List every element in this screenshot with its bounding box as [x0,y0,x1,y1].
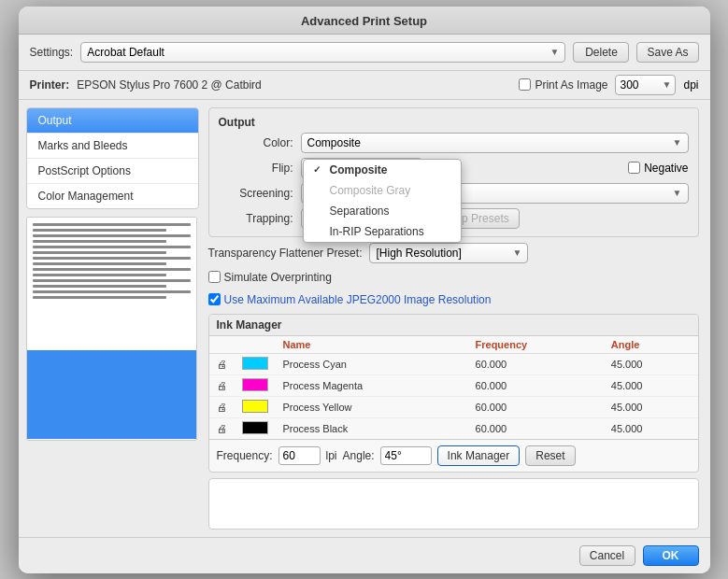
ok-button[interactable]: OK [643,545,699,566]
ink-name-3: Process Black [276,417,468,439]
swatch-cyan [242,357,268,370]
preview-blue-block [27,350,196,439]
preview-line [33,268,191,271]
ink-freq-1: 60.000 [468,374,604,396]
simulate-row: Simulate Overprinting [208,271,699,284]
settings-select[interactable]: Acrobat Default ▼ [80,42,565,63]
preview-line [33,246,191,248]
preview-line [33,257,191,260]
screening-label: Screening: [219,187,293,200]
dropdown-composite-gray-label: Composite Gray [330,184,411,197]
swatch-magenta [242,378,268,391]
ink-swatch-1 [235,374,276,396]
transparency-arrow-icon: ▼ [513,247,522,258]
dialog-title: Advanced Print Setup [301,14,427,28]
ink-col-swatch [235,336,276,354]
jpeg-label: Use Maximum Available JPEG2000 Image Res… [224,293,492,306]
color-label: Color: [219,136,293,149]
notes-box [208,478,699,530]
dropdown-separations-label: Separations [330,205,390,218]
dropdown-item-composite-gray[interactable]: Composite Gray [304,180,461,201]
dialog: Advanced Print Setup Settings: Acrobat D… [19,7,710,573]
dialog-footer: Cancel OK [19,537,710,573]
frequency-input[interactable] [278,446,321,465]
ink-angle-0: 45.000 [604,353,698,374]
sidebar-item-color-mgmt[interactable]: Color Management [27,184,198,208]
transparency-row: Transparency Flattener Preset: [High Res… [208,243,699,263]
main-content: Output Marks and Bleeds PostScript Optio… [19,100,710,537]
transparency-label: Transparency Flattener Preset: [208,247,363,260]
ink-freq-2: 60.000 [468,396,604,417]
settings-label: Settings: [30,46,74,59]
settings-value: Acrobat Default [87,46,164,59]
sidebar-item-output[interactable]: Output [27,108,198,134]
printer-label: Printer: [30,78,70,92]
ink-swatch-0 [235,353,276,374]
color-dropdown[interactable]: ✓ Composite Composite Gray Separations [303,159,462,243]
transparency-select[interactable]: [High Resolution] ▼ [369,243,528,263]
sidebar-item-postscript[interactable]: PostScript Options [27,159,198,184]
ink-manager-section: Ink Manager Name Frequency Angle [208,314,699,473]
frequency-row: Frequency: lpi Angle: Ink Manager Reset [209,439,698,472]
dropdown-composite-label: Composite [330,163,388,177]
negative-row: Negative [628,162,688,175]
screening-arrow-icon: ▼ [673,188,682,198]
ink-freq-3: 60.000 [468,417,604,439]
color-row: Color: Composite ▼ [219,133,689,153]
preview-doc [27,218,196,351]
ink-swatch-2 [235,396,276,417]
settings-bar: Settings: Acrobat Default ▼ Delete Save … [19,35,710,71]
ink-manager-button[interactable]: Ink Manager [437,445,521,466]
ink-col-frequency: Frequency [468,336,604,354]
ink-angle-1: 45.000 [604,374,698,396]
negative-checkbox[interactable] [628,162,640,174]
dropdown-item-separations[interactable]: Separations [304,201,461,221]
table-row: 🖨 Process Magenta 60.000 45.000 [209,374,698,396]
save-as-button[interactable]: Save As [636,42,698,63]
simulate-label: Simulate Overprinting [224,271,332,284]
simulate-checkbox[interactable] [208,271,221,283]
checkmark-icon: ✓ [313,164,324,175]
print-as-image-checkbox[interactable] [519,78,531,91]
dpi-select[interactable]: 300 ▼ [615,75,676,95]
dropdown-item-inrip[interactable]: In-RIP Separations [304,221,461,242]
preview-line [33,251,167,254]
table-row: 🖨 Process Black 60.000 45.000 [209,417,698,439]
trapping-label: Trapping: [219,212,293,225]
preview-line [33,234,191,237]
cancel-button[interactable]: Cancel [579,545,635,566]
ink-col-icon [209,336,235,354]
settings-arrow-icon: ▼ [550,47,560,57]
negative-label: Negative [644,162,688,175]
preview-line [33,240,167,243]
dropdown-item-composite[interactable]: ✓ Composite [304,160,461,180]
sidebar-item-color-mgmt-label: Color Management [38,190,134,203]
printer-bar: Printer: EPSON Stylus Pro 7600 2 @ Catbi… [19,71,710,100]
color-select[interactable]: Composite ▼ [301,133,689,153]
table-row: 🖨 Process Yellow 60.000 45.000 [209,396,698,417]
ink-name-2: Process Yellow [276,396,468,417]
swatch-black [242,421,268,434]
ink-col-angle: Angle [604,336,698,354]
preview-line [33,262,167,265]
flip-label: Flip: [219,162,293,175]
sidebar-item-postscript-label: PostScript Options [38,164,131,177]
reset-button[interactable]: Reset [525,445,575,466]
transparency-value: [High Resolution] [376,247,461,260]
ink-name-1: Process Magenta [276,374,468,396]
angle-label: Angle: [343,449,375,462]
dropdown-inrip-label: In-RIP Separations [330,225,424,238]
frequency-label: Frequency: [217,449,273,462]
angle-input[interactable] [380,446,432,465]
delete-button[interactable]: Delete [573,42,629,63]
color-arrow-icon: ▼ [673,137,682,148]
right-panel: Output Color: Composite ▼ ✓ Co [208,107,699,530]
nav-list: Output Marks and Bleeds PostScript Optio… [26,107,199,209]
jpeg-checkbox[interactable] [208,293,221,305]
output-section: Output Color: Composite ▼ ✓ Co [208,107,699,237]
sidebar-item-marks-bleeds[interactable]: Marks and Bleeds [27,134,198,159]
printer-name: EPSON Stylus Pro 7600 2 @ Catbird [77,78,262,92]
ink-printer-icon-0: 🖨 [209,353,235,374]
color-row-wrapper: Color: Composite ▼ ✓ Composite [219,133,689,153]
preview-line [33,223,191,226]
